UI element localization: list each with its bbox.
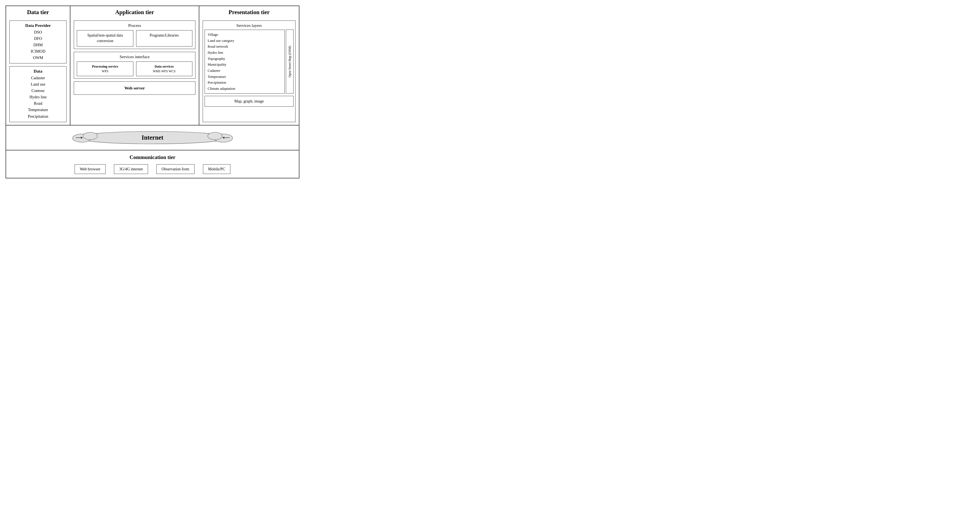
processing-service-box: Processing service WPS — [77, 62, 133, 76]
list-item: Hydro line — [208, 49, 282, 55]
list-item: Contour — [13, 87, 64, 94]
web-server-label: Web server — [77, 86, 192, 90]
data-provider-list: DSO DFO DHM ICIMOD OWM — [13, 29, 64, 61]
internet-section: Internet — [6, 125, 299, 151]
data-title: Data — [13, 69, 64, 74]
internet-label: Internet — [142, 134, 163, 141]
list-item: ICIMOD — [13, 48, 64, 55]
spatial-conversion-box: Spatial/non-spatial data conversion — [77, 30, 133, 46]
list-item: Cadaster — [13, 75, 64, 81]
list-item: DHM — [13, 42, 64, 48]
comm-item-web-browser: Web browser — [75, 164, 106, 174]
processing-service-title: Processing service — [80, 64, 129, 69]
list-item: Land use — [13, 81, 64, 87]
list-item: OWM — [13, 55, 64, 61]
services-layers-title: Services layers — [205, 23, 294, 28]
top-tiers: Data tier Data Provider DSO DFO DHM ICIM… — [6, 6, 299, 125]
app-tier: Application tier Process Spatial/non-spa… — [70, 6, 199, 125]
data-services-box: Data services WMS WFS WCS — [136, 62, 192, 76]
svg-point-4 — [208, 132, 222, 139]
services-layers-outer: Services layers Village Land use categor… — [203, 21, 296, 122]
web-server-box: Web server — [74, 81, 196, 95]
process-title: Process — [77, 23, 192, 28]
list-item: Temperature — [13, 107, 64, 113]
svg-point-2 — [83, 132, 98, 139]
presentation-tier-title: Presentation tier — [203, 9, 296, 16]
list-item: Precipitation — [13, 113, 64, 120]
data-provider-box: Data Provider DSO DFO DHM ICIMOD OWM — [10, 21, 67, 63]
list-item: Temperature — [208, 74, 282, 80]
data-services-subtitle: WMS WFS WCS — [140, 69, 189, 74]
architecture-diagram: Data tier Data Provider DSO DFO DHM ICIM… — [6, 6, 299, 178]
services-inner-row: Village Land use category Road network H… — [205, 30, 294, 94]
comm-items: Web browser 3G/4G internet Observation f… — [12, 164, 293, 174]
app-tier-title: Application tier — [74, 9, 196, 16]
services-list: Village Land use category Road network H… — [208, 32, 282, 92]
list-item: DSO — [13, 29, 64, 35]
process-inner: Spatial/non-spatial data conversion Prog… — [77, 30, 192, 46]
list-item: DFO — [13, 35, 64, 42]
data-box: Data Cadaster Land use Contour Hydro lin… — [10, 66, 67, 122]
comm-item-mobile-pc: Mobile/PC — [203, 164, 231, 174]
data-provider-title: Data Provider — [13, 23, 64, 28]
comm-item-observation-form: Observation form — [156, 164, 195, 174]
map-graph-box: Map, graph, image — [205, 96, 294, 107]
processing-service-subtitle: WPS — [80, 69, 129, 74]
cloud-shape: Internet — [40, 129, 265, 146]
services-interface-section: Services interface Processing service WP… — [74, 52, 196, 79]
list-item: Precipitation — [208, 79, 282, 86]
data-tier-title: Data tier — [10, 9, 67, 16]
programs-libraries-box: Programs/Libraries — [136, 30, 192, 46]
services-interface-title: Services interface — [77, 54, 192, 59]
services-interface-inner: Processing service WPS Data services WMS… — [77, 62, 192, 76]
comm-tier: Communication tier Web browser 3G/4G int… — [6, 151, 299, 178]
presentation-tier: Presentation tier Services layers Villag… — [199, 6, 299, 125]
list-item: Hydro line — [13, 94, 64, 100]
services-list-box: Village Land use category Road network H… — [205, 30, 285, 94]
list-item: Village — [208, 32, 282, 38]
list-item: Road — [13, 100, 64, 107]
list-item: Climate adaptation — [208, 86, 282, 92]
list-item: Municipality — [208, 62, 282, 68]
list-item: Cadaster — [208, 68, 282, 74]
process-section: Process Spatial/non-spatial data convers… — [74, 21, 196, 49]
osm-box: Open Street Map (OSM) — [286, 30, 294, 94]
map-graph-label: Map, graph, image — [234, 99, 264, 103]
osm-label: Open Street Map (OSM) — [288, 46, 292, 77]
list-item: Road network — [208, 43, 282, 49]
data-list: Cadaster Land use Contour Hydro line Roa… — [13, 75, 64, 119]
comm-tier-title: Communication tier — [12, 154, 293, 160]
list-item: Land use category — [208, 38, 282, 44]
list-item: Topography — [208, 55, 282, 62]
comm-item-3g4g: 3G/4G internet — [114, 164, 148, 174]
data-services-title: Data services — [140, 64, 189, 69]
data-tier: Data tier Data Provider DSO DFO DHM ICIM… — [6, 6, 70, 125]
